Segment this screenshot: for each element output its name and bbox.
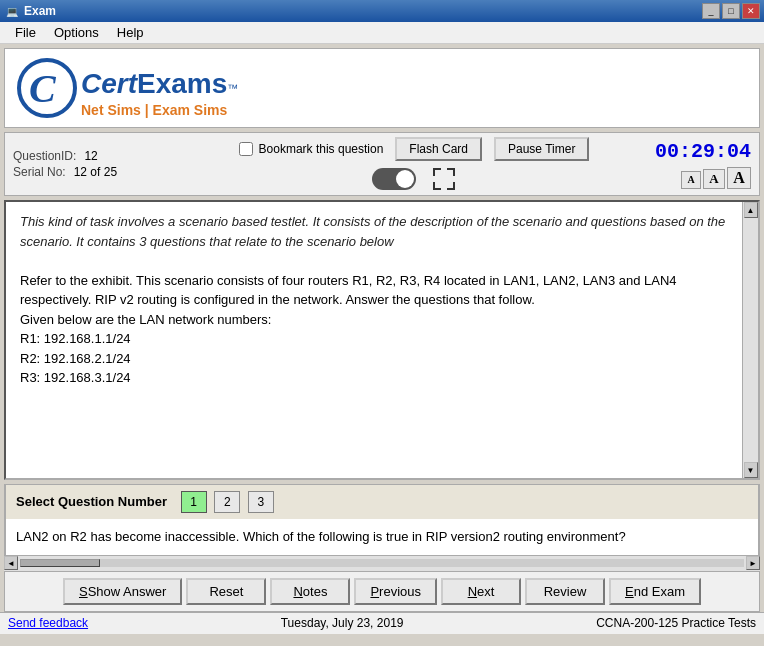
question-body-text: Refer to the exhibit. This scenario cons… — [20, 271, 728, 388]
question-id-value: 12 — [84, 149, 97, 163]
question-id-label: QuestionID: — [13, 149, 76, 163]
status-product: CCNA-200-125 Practice Tests — [596, 616, 756, 630]
end-exam-button[interactable]: End Exam — [609, 578, 701, 605]
toggle-knob — [396, 170, 414, 188]
toggle-switch[interactable] — [372, 168, 416, 190]
show-answer-button[interactable]: SShow Answer — [63, 578, 182, 605]
window-controls: _ □ ✕ — [702, 3, 760, 19]
status-bar: Send feedback Tuesday, July 23, 2019 CCN… — [0, 612, 764, 634]
pause-timer-button[interactable]: Pause Timer — [494, 137, 589, 161]
scroll-up-arrow[interactable]: ▲ — [744, 202, 758, 218]
bookmark-row: Bookmark this question — [239, 142, 384, 156]
scroll-left-arrow[interactable]: ◄ — [4, 556, 18, 570]
font-size-controls: A A A — [681, 167, 751, 189]
scroll-down-arrow[interactable]: ▼ — [744, 462, 758, 478]
sub-question-body: LAN2 on R2 has become inaccessible. Whic… — [6, 519, 758, 555]
menu-bar: File Options Help — [0, 22, 764, 44]
expand-icon[interactable] — [432, 167, 456, 191]
serial-label: Serial No: — [13, 165, 66, 179]
question-scroll-area[interactable]: This kind of task involves a scenario ba… — [6, 202, 742, 478]
font-small-button[interactable]: A — [681, 171, 701, 189]
serial-value: 12 of 25 — [74, 165, 117, 179]
logo-text: Cert Exams ™ Net Sims | Exam Sims — [81, 68, 238, 118]
horizontal-scrollbar[interactable]: ◄ ► — [4, 555, 760, 571]
close-button[interactable]: ✕ — [742, 3, 760, 19]
question-num-1[interactable]: 1 — [181, 491, 207, 513]
h-scroll-thumb[interactable] — [20, 559, 100, 567]
vertical-scrollbar[interactable]: ▲ ▼ — [742, 202, 758, 478]
select-question-label: Select Question Number — [16, 494, 167, 509]
question-intro-text: This kind of task involves a scenario ba… — [20, 212, 728, 251]
menu-help[interactable]: Help — [108, 22, 153, 43]
logo-exams: Exams — [137, 68, 227, 100]
bookmark-checkbox[interactable] — [239, 142, 253, 156]
status-date: Tuesday, July 23, 2019 — [88, 616, 596, 630]
timer-display: 00:29:04 — [655, 140, 751, 163]
font-medium-button[interactable]: A — [703, 169, 725, 189]
notes-button[interactable]: Notes — [270, 578, 350, 605]
main-content-area: This kind of task involves a scenario ba… — [4, 200, 760, 480]
svg-text:C: C — [29, 66, 57, 111]
maximize-button[interactable]: □ — [722, 3, 740, 19]
previous-button[interactable]: Previous — [354, 578, 437, 605]
question-meta: QuestionID: 12 Serial No: 12 of 25 — [13, 149, 173, 179]
question-num-2[interactable]: 2 — [214, 491, 240, 513]
review-button[interactable]: Review — [525, 578, 605, 605]
send-feedback-link[interactable]: Send feedback — [8, 616, 88, 630]
title-bar: 💻 Exam _ □ ✕ — [0, 0, 764, 22]
h-scroll-track[interactable] — [20, 559, 744, 567]
question-intro: This kind of task involves a scenario ba… — [20, 212, 728, 388]
logo-tm: ™ — [227, 82, 238, 94]
info-bar: QuestionID: 12 Serial No: 12 of 25 Bookm… — [4, 132, 760, 196]
app-icon: 💻 — [4, 3, 20, 19]
info-right: 00:29:04 A A A — [655, 140, 751, 189]
reset-button[interactable]: Reset — [186, 578, 266, 605]
window-title: Exam — [24, 4, 702, 18]
font-large-button[interactable]: A — [727, 167, 751, 189]
sub-question-text: LAN2 on R2 has become inaccessible. Whic… — [16, 527, 748, 547]
next-button[interactable]: Next — [441, 578, 521, 605]
menu-options[interactable]: Options — [45, 22, 108, 43]
bookmark-label: Bookmark this question — [259, 142, 384, 156]
logo-cert: Cert — [81, 68, 137, 100]
scroll-right-arrow[interactable]: ► — [746, 556, 760, 570]
logo-subtitle: Net Sims | Exam Sims — [81, 102, 238, 118]
select-question-bar: Select Question Number 1 2 3 — [6, 484, 758, 519]
menu-file[interactable]: File — [6, 22, 45, 43]
question-num-3[interactable]: 3 — [248, 491, 274, 513]
select-question-section: Select Question Number 1 2 3 LAN2 on R2 … — [4, 484, 760, 555]
logo-area: C Cert Exams ™ Net Sims | Exam Sims — [4, 48, 760, 128]
logo-circle-icon: C — [17, 58, 77, 118]
bottom-buttons-bar: SShow Answer Reset Notes Previous Next R… — [4, 571, 760, 612]
info-middle: Bookmark this question Flash Card Pause … — [181, 137, 647, 191]
minimize-button[interactable]: _ — [702, 3, 720, 19]
flash-card-button[interactable]: Flash Card — [395, 137, 482, 161]
